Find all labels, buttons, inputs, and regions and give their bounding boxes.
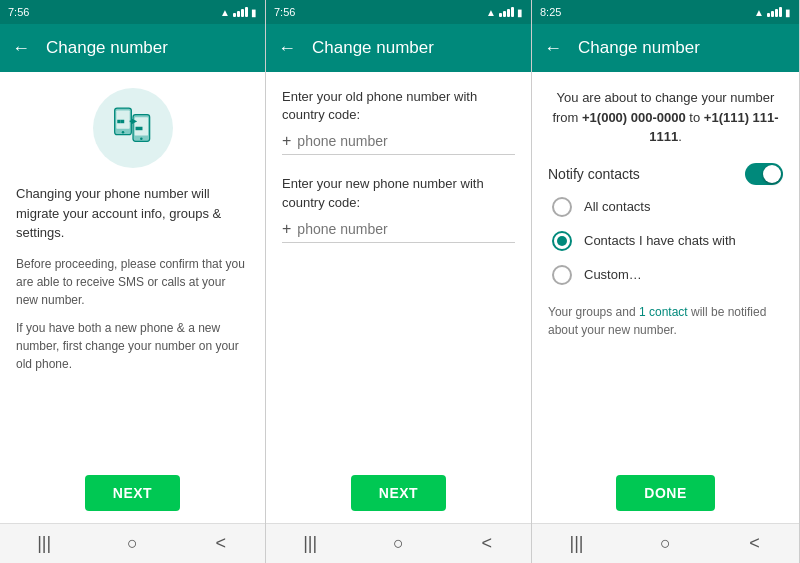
svg-text:■■: ■■ — [135, 125, 143, 131]
signal-icon-2 — [499, 7, 514, 17]
panel-2: 7:56 ▲ ▮ ← Change number Enter your old … — [266, 0, 532, 563]
groups-notify-text: Your groups and 1 contact will be notifi… — [548, 303, 783, 339]
nav-bar-1: ||| ○ < — [0, 523, 265, 563]
contact-link[interactable]: 1 contact — [639, 305, 688, 319]
bottom-area-3: DONE — [532, 463, 799, 523]
info-suffix: . — [678, 129, 682, 144]
new-plus-sign: + — [282, 220, 291, 238]
panel-3: 8:25 ▲ ▮ ← Change number You are about t… — [532, 0, 800, 563]
battery-icon-2: ▮ — [517, 7, 523, 18]
radio-chats-contacts[interactable]: Contacts I have chats with — [548, 231, 783, 251]
notify-row: Notify contacts — [548, 163, 783, 185]
phone-icon-bg: ■■ ■■ — [93, 88, 173, 168]
new-number-input-row: + — [282, 220, 515, 243]
menu-nav-3[interactable]: ||| — [557, 529, 597, 559]
radio-custom[interactable]: Custom… — [548, 265, 783, 285]
wifi-icon-3: ▲ — [754, 7, 764, 18]
old-number-display: +1(000) 000-0000 — [582, 110, 686, 125]
change-info-text: You are about to change your number from… — [548, 88, 783, 147]
phone-change-icon: ■■ ■■ — [108, 103, 158, 153]
home-nav-3[interactable]: ○ — [646, 529, 686, 559]
battery-icon-3: ▮ — [785, 7, 791, 18]
radio-outer-1 — [552, 197, 572, 217]
new-phone-input[interactable] — [297, 221, 515, 237]
wifi-icon-2: ▲ — [486, 7, 496, 18]
app-title-1: Change number — [46, 38, 168, 58]
menu-nav-2[interactable]: ||| — [290, 529, 330, 559]
radio-label-3: Custom… — [584, 267, 642, 282]
app-bar-1: ← Change number — [0, 24, 265, 72]
bottom-area-1: NEXT — [0, 463, 265, 523]
radio-all-contacts[interactable]: All contacts — [548, 197, 783, 217]
home-nav-2[interactable]: ○ — [378, 529, 418, 559]
groups-prefix: Your groups and — [548, 305, 639, 319]
status-bar-3: 8:25 ▲ ▮ — [532, 0, 799, 24]
svg-text:■■: ■■ — [117, 118, 125, 124]
svg-point-2 — [121, 131, 124, 134]
home-nav-1[interactable]: ○ — [112, 529, 152, 559]
radio-outer-3 — [552, 265, 572, 285]
done-button[interactable]: DONE — [616, 475, 714, 511]
back-button-3[interactable]: ← — [544, 38, 562, 59]
app-bar-2: ← Change number — [266, 24, 531, 72]
info-middle: to — [686, 110, 704, 125]
sub-text-2: If you have both a new phone & a new num… — [16, 319, 249, 373]
radio-outer-2 — [552, 231, 572, 251]
app-title-2: Change number — [312, 38, 434, 58]
battery-icon: ▮ — [251, 7, 257, 18]
panel-1: 7:56 ▲ ▮ ← Change number — [0, 0, 266, 563]
app-bar-3: ← Change number — [532, 24, 799, 72]
status-icons-1: ▲ ▮ — [220, 7, 257, 18]
status-icons-2: ▲ ▮ — [486, 7, 523, 18]
next-button-2[interactable]: NEXT — [351, 475, 446, 511]
back-nav-2[interactable]: < — [467, 529, 507, 559]
phone-icon-container: ■■ ■■ — [16, 88, 249, 168]
menu-nav-1[interactable]: ||| — [24, 529, 64, 559]
old-number-input-row: + — [282, 132, 515, 155]
status-icons-3: ▲ ▮ — [754, 7, 791, 18]
notify-toggle[interactable] — [745, 163, 783, 185]
app-title-3: Change number — [578, 38, 700, 58]
back-button-2[interactable]: ← — [278, 38, 296, 59]
back-nav-1[interactable]: < — [201, 529, 241, 559]
status-time-3: 8:25 — [540, 6, 561, 18]
radio-inner-2 — [557, 236, 567, 246]
toggle-knob — [763, 165, 781, 183]
bottom-area-2: NEXT — [266, 463, 531, 523]
next-button-1[interactable]: NEXT — [85, 475, 180, 511]
content-3: You are about to change your number from… — [532, 72, 799, 463]
main-description: Changing your phone number will migrate … — [16, 184, 249, 243]
radio-label-2: Contacts I have chats with — [584, 233, 736, 248]
back-nav-3[interactable]: < — [735, 529, 775, 559]
status-time-1: 7:56 — [8, 6, 29, 18]
back-button-1[interactable]: ← — [12, 38, 30, 59]
status-bar-2: 7:56 ▲ ▮ — [266, 0, 531, 24]
status-time-2: 7:56 — [274, 6, 295, 18]
signal-icon-3 — [767, 7, 782, 17]
old-number-label: Enter your old phone number with country… — [282, 88, 515, 124]
nav-bar-2: ||| ○ < — [266, 523, 531, 563]
wifi-icon: ▲ — [220, 7, 230, 18]
status-bar-1: 7:56 ▲ ▮ — [0, 0, 265, 24]
new-number-label: Enter your new phone number with country… — [282, 175, 515, 211]
old-plus-sign: + — [282, 132, 291, 150]
svg-point-5 — [140, 138, 143, 141]
old-phone-input[interactable] — [297, 133, 515, 149]
sub-text-1: Before proceeding, please confirm that y… — [16, 255, 249, 309]
content-1: ■■ ■■ Changing your phone number will mi… — [0, 72, 265, 463]
radio-label-1: All contacts — [584, 199, 650, 214]
nav-bar-3: ||| ○ < — [532, 523, 799, 563]
content-2: Enter your old phone number with country… — [266, 72, 531, 463]
signal-icon — [233, 7, 248, 17]
notify-contacts-label: Notify contacts — [548, 166, 640, 182]
